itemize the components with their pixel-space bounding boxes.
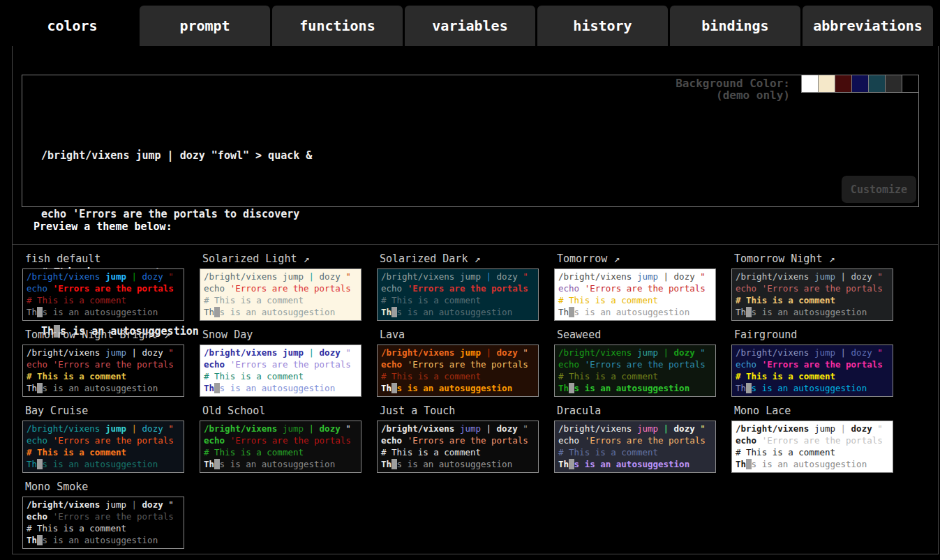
echo-token: echo	[558, 359, 579, 370]
theme-preview-card-bay-cruise[interactable]: /bright/vixens jump | dozy "echo 'Errors…	[22, 421, 184, 473]
echo-token: echo	[381, 359, 402, 370]
code-token	[47, 435, 53, 446]
preview-line-3: # This is a comment	[381, 446, 535, 458]
quote-token: "	[345, 423, 351, 434]
preview-line-2: echo 'Errors are the portals	[204, 434, 357, 446]
preview-line-3: # This is a comment	[381, 294, 535, 306]
comment-token: # This is a comment	[381, 447, 481, 457]
theme-preview-card-tomorrow[interactable]: /bright/vixens jump | dozy "echo 'Errors…	[554, 268, 716, 321]
tab-colors[interactable]: colors	[7, 6, 137, 46]
background-swatch-cream[interactable]	[818, 75, 835, 93]
theme-title-fish-default[interactable]: fish default	[25, 252, 184, 265]
code-token	[100, 499, 105, 510]
comment-token: # This is a comment	[736, 295, 835, 305]
command-token: dozy	[142, 271, 163, 282]
theme-title-lava[interactable]: Lava	[380, 328, 539, 341]
tab-variables[interactable]: variables	[405, 6, 535, 46]
path-token: /bright/vixens	[381, 271, 454, 282]
background-swatch-navy[interactable]	[851, 75, 869, 93]
quote-token: "	[700, 347, 706, 358]
theme-preview-card-mono-lace[interactable]: /bright/vixens jump | dozy "echo 'Errors…	[731, 421, 893, 473]
customize-button[interactable]: Customize	[842, 176, 916, 203]
theme-preview-card-tomorrow-night[interactable]: /bright/vixens jump | dozy "echo 'Errors…	[731, 268, 893, 321]
preview-line-1: /bright/vixens jump | dozy "	[381, 347, 535, 358]
theme-grid: fish default/bright/vixens jump | dozy "…	[22, 245, 938, 549]
pipe-token: |	[132, 423, 137, 434]
typed-token: Th	[381, 459, 391, 469]
theme-preview-card-just-a-touch[interactable]: /bright/vixens jump | dozy "echo 'Errors…	[377, 421, 539, 473]
autosuggestion-token: s is an autosuggestion	[752, 383, 867, 393]
pipe-token: |	[486, 271, 492, 282]
code-token	[100, 423, 105, 434]
theme-preview-card-mono-smoke[interactable]: /bright/vixens jump | dozy "echo 'Errors…	[22, 497, 184, 549]
text-cursor: i	[746, 383, 752, 393]
code-token	[658, 347, 664, 358]
external-link-icon[interactable]: ↗	[297, 252, 309, 265]
pipe-token: |	[132, 499, 137, 510]
code-token	[47, 359, 53, 370]
echo-token: echo	[558, 283, 579, 294]
background-swatch-dark-gray[interactable]	[885, 75, 902, 93]
text-cursor: i	[37, 307, 43, 317]
theme-title-just-a-touch[interactable]: Just a Touch	[380, 404, 539, 417]
theme-title-mono-lace[interactable]: Mono Lace	[734, 404, 893, 417]
terminal-line-1: /bright/vixens jump | dozy "fowl" > quac…	[41, 146, 312, 165]
external-link-icon[interactable]: ↗	[468, 252, 480, 265]
typed-token: Th	[204, 383, 214, 393]
preview-line-4: This is an autosuggestion	[558, 458, 712, 470]
theme-title-tomorrow-night-bright[interactable]: Tomorrow Night Bright ↗	[25, 328, 184, 341]
theme-preview-card-fairground[interactable]: /bright/vixens jump | dozy "echo 'Errors…	[731, 345, 893, 397]
theme-preview-card-solarized-light[interactable]: /bright/vixens jump | dozy "echo 'Errors…	[200, 268, 361, 321]
background-swatch-dark-red[interactable]	[835, 75, 852, 93]
theme-preview-card-old-school[interactable]: /bright/vixens jump | dozy "echo 'Errors…	[200, 421, 361, 473]
tab-functions[interactable]: functions	[272, 6, 403, 46]
theme-title-solarized-light[interactable]: Solarized Light ↗	[202, 252, 361, 265]
themes-section: fish default/bright/vixens jump | dozy "…	[13, 244, 938, 554]
code-token	[491, 423, 497, 434]
echo-token: echo	[27, 283, 47, 294]
tab-abbreviations[interactable]: abbreviations	[803, 6, 933, 46]
code-token	[579, 283, 585, 294]
theme-preview-card-dracula[interactable]: /bright/vixens jump | dozy "echo 'Errors…	[554, 421, 716, 473]
theme-title-old-school[interactable]: Old School	[202, 404, 361, 417]
external-link-icon[interactable]: ↗	[607, 252, 620, 265]
tab-bindings[interactable]: bindings	[670, 6, 800, 46]
preview-line-2: echo 'Errors are the portals	[381, 358, 535, 370]
theme-title-dracula[interactable]: Dracula	[557, 404, 716, 417]
typed-token: Th	[27, 459, 37, 469]
theme-title-bay-cruise[interactable]: Bay Cruise	[25, 404, 184, 417]
code-token	[669, 423, 674, 434]
theme-title-fairground[interactable]: Fairground	[734, 328, 893, 341]
theme-title-snow-day[interactable]: Snow Day	[202, 328, 361, 341]
preview-line-3: # This is a comment	[27, 446, 180, 458]
path-token: /bright/vixens	[27, 347, 100, 358]
external-link-icon[interactable]: ↗	[822, 252, 835, 265]
echo-token: echo	[204, 283, 225, 294]
background-swatch-white[interactable]	[801, 75, 819, 93]
theme-preview-card-solarized-dark[interactable]: /bright/vixens jump | dozy "echo 'Errors…	[377, 268, 539, 321]
autosuggestion-token: s is an autosuggestion	[397, 383, 513, 393]
theme-preview-card-seaweed[interactable]: /bright/vixens jump | dozy "echo 'Errors…	[554, 345, 716, 397]
text-cursor: i	[37, 459, 43, 469]
code-token	[304, 423, 309, 434]
command-token: dozy	[497, 271, 518, 282]
theme-title-solarized-dark[interactable]: Solarized Dark ↗	[380, 252, 539, 265]
theme-preview-card-snow-day[interactable]: /bright/vixens jump | dozy "echo 'Errors…	[200, 345, 361, 397]
theme-preview-card-tomorrow-night-bright[interactable]: /bright/vixens jump | dozy "echo 'Errors…	[22, 345, 184, 397]
path-token: /bright/vixens	[204, 347, 277, 358]
tab-history[interactable]: history	[537, 6, 668, 46]
background-swatch-black[interactable]	[902, 75, 919, 93]
theme-title-mono-smoke[interactable]: Mono Smoke	[25, 480, 184, 493]
code-token	[481, 271, 486, 282]
code-token	[579, 359, 585, 370]
theme-title-seaweed[interactable]: Seaweed	[557, 328, 716, 341]
preview-line-2: echo 'Errors are the portals	[27, 434, 180, 446]
tab-prompt[interactable]: prompt	[140, 6, 270, 46]
theme-title-tomorrow[interactable]: Tomorrow ↗	[557, 252, 716, 265]
theme-preview-card-fish-default[interactable]: /bright/vixens jump | dozy "echo 'Errors…	[22, 268, 184, 321]
external-link-icon[interactable]: ↗	[158, 328, 170, 341]
preview-line-1: /bright/vixens jump | dozy "	[27, 347, 180, 358]
theme-preview-card-lava[interactable]: /bright/vixens jump | dozy "echo 'Errors…	[377, 345, 539, 397]
theme-title-tomorrow-night[interactable]: Tomorrow Night ↗	[734, 252, 893, 265]
background-swatch-dark-teal[interactable]	[868, 75, 886, 93]
